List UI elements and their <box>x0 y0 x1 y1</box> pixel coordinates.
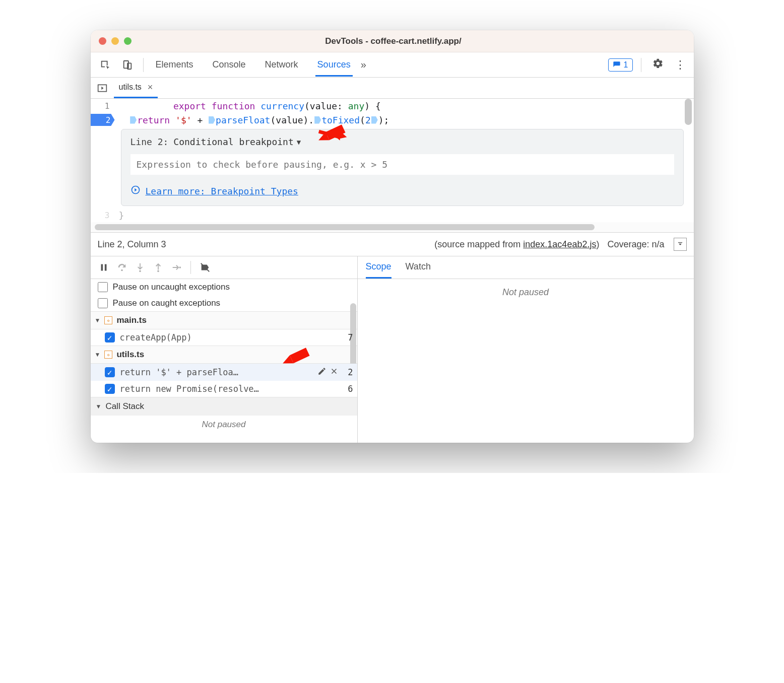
breakpoint-row[interactable]: ✓ createApp(App) 7 <box>91 329 357 346</box>
more-tabs-button[interactable]: » <box>356 59 371 71</box>
code-line-1[interactable]: 1 export function currency(value: any) { <box>91 99 694 113</box>
code-line-3[interactable]: 3 } <box>91 208 694 222</box>
breakpoint-line-label: Line 2: <box>130 136 169 147</box>
breakpoint-row[interactable]: ✓ return new Promise(resolve… 6 <box>91 381 357 397</box>
svg-point-7 <box>157 270 159 272</box>
pause-uncaught-checkbox[interactable] <box>98 282 108 292</box>
file-icon: ⋄ <box>104 351 112 359</box>
gutter-breakpoint-line-2[interactable]: 2 <box>91 114 115 126</box>
breakpoint-row[interactable]: ✓ return '$' + parseFloa… 2 <box>91 364 357 381</box>
tab-network[interactable]: Network <box>263 53 300 77</box>
call-stack-not-paused: Not paused <box>91 416 357 430</box>
deactivate-breakpoints-icon[interactable] <box>197 260 213 275</box>
window-title: DevTools - coffee-cart.netlify.app/ <box>132 36 656 46</box>
debugger-toolbar <box>91 256 357 279</box>
tab-elements[interactable]: Elements <box>154 53 195 77</box>
svg-point-5 <box>121 269 123 271</box>
pause-caught-row[interactable]: Pause on caught exceptions <box>91 295 357 311</box>
step-into-icon[interactable] <box>132 260 148 275</box>
source-map-link[interactable]: index.1ac4eab2.js <box>523 239 596 249</box>
editor-horizontal-scrollbar[interactable] <box>91 222 694 232</box>
triangle-down-icon: ▼ <box>95 351 101 358</box>
tab-console[interactable]: Console <box>211 53 248 77</box>
breakpoint-group-utils[interactable]: ▼ ⋄ utils.ts <box>91 346 357 364</box>
maximize-window-button[interactable] <box>124 37 132 45</box>
step-icon[interactable] <box>168 260 184 275</box>
source-mapped-label: (source mapped from index.1ac4eab2.js) <box>434 239 599 250</box>
breakpoint-edit-popup: Line 2: Conditional breakpoint ▼ Learn m… <box>121 129 684 206</box>
svg-point-8 <box>179 266 181 268</box>
pause-caught-checkbox[interactable] <box>98 298 108 308</box>
tab-watch[interactable]: Watch <box>406 261 431 279</box>
breakpoint-checkbox[interactable]: ✓ <box>105 367 115 377</box>
scope-watch-panel: Scope Watch Not paused <box>358 256 694 443</box>
breakpoint-group-main[interactable]: ▼ ⋄ main.ts <box>91 311 357 329</box>
svg-rect-4 <box>678 242 682 243</box>
breakpoint-checkbox[interactable]: ✓ <box>105 384 115 394</box>
tab-scope[interactable]: Scope <box>366 261 391 279</box>
inline-breakpoint-marker[interactable] <box>130 116 137 124</box>
settings-icon[interactable] <box>649 58 667 72</box>
breakpoints-panel: Pause on uncaught exceptions Pause on ca… <box>91 256 358 443</box>
breakpoint-type-dropdown[interactable]: Conditional breakpoint ▼ <box>173 136 301 147</box>
issues-badge[interactable]: 1 <box>608 58 633 72</box>
inspect-element-icon[interactable] <box>96 56 115 74</box>
debugger-panels: Pause on uncaught exceptions Pause on ca… <box>91 256 694 443</box>
file-icon: ⋄ <box>104 316 112 324</box>
breakpoint-condition-input[interactable] <box>130 154 674 175</box>
device-toolbar-icon[interactable] <box>118 56 137 74</box>
inline-breakpoint-marker[interactable] <box>371 116 378 124</box>
left-panel-content: Pause on uncaught exceptions Pause on ca… <box>91 279 357 430</box>
edit-breakpoint-icon[interactable] <box>317 367 326 378</box>
step-over-icon[interactable] <box>114 260 130 275</box>
close-window-button[interactable] <box>99 37 106 45</box>
gutter-line-1[interactable]: 1 <box>91 101 115 111</box>
info-arrow-icon <box>130 185 141 197</box>
triangle-down-icon: ▼ <box>96 403 102 410</box>
right-panel-tabs: Scope Watch <box>358 256 694 279</box>
editor-area: 1 export function currency(value: any) {… <box>91 99 694 232</box>
pause-script-icon[interactable] <box>96 260 112 275</box>
devtools-window: DevTools - coffee-cart.netlify.app/ Elem… <box>91 30 694 443</box>
minimize-window-button[interactable] <box>111 37 119 45</box>
titlebar: DevTools - coffee-cart.netlify.app/ <box>91 30 694 52</box>
scope-not-paused: Not paused <box>358 279 694 443</box>
cursor-position: Line 2, Column 3 <box>98 239 166 250</box>
code-editor[interactable]: 1 export function currency(value: any) {… <box>91 99 694 222</box>
tab-sources[interactable]: Sources <box>315 53 353 77</box>
editor-statusbar: Line 2, Column 3 (source mapped from ind… <box>91 232 694 256</box>
traffic-lights <box>99 37 132 45</box>
panel-tabs: Elements Console Network Sources <box>154 53 353 77</box>
inline-breakpoint-marker[interactable] <box>314 116 321 124</box>
step-out-icon[interactable] <box>150 260 166 275</box>
issues-count: 1 <box>624 60 628 70</box>
call-stack-header[interactable]: ▼ Call Stack <box>91 397 357 416</box>
remove-breakpoint-icon[interactable] <box>330 367 339 378</box>
svg-point-6 <box>139 270 141 272</box>
inline-breakpoint-marker[interactable] <box>209 116 215 124</box>
learn-more-link[interactable]: Learn more: Breakpoint Types <box>146 186 298 196</box>
code-line-2[interactable]: 2 return '$' + parseFloat(value).toFixed… <box>91 113 694 127</box>
statusbar-dropdown-icon[interactable] <box>674 238 687 251</box>
triangle-down-icon: ▼ <box>95 317 101 324</box>
coverage-label: Coverage: n/a <box>607 239 664 250</box>
chevron-down-icon: ▼ <box>297 138 301 146</box>
main-toolbar: Elements Console Network Sources » 1 ⋮ <box>91 52 694 78</box>
breakpoint-checkbox[interactable]: ✓ <box>105 332 115 343</box>
more-options-icon[interactable]: ⋮ <box>672 58 689 72</box>
pause-uncaught-row[interactable]: Pause on uncaught exceptions <box>91 279 357 295</box>
gutter-line-3[interactable]: 3 <box>91 211 115 220</box>
navigator-toggle-icon[interactable] <box>91 83 114 93</box>
